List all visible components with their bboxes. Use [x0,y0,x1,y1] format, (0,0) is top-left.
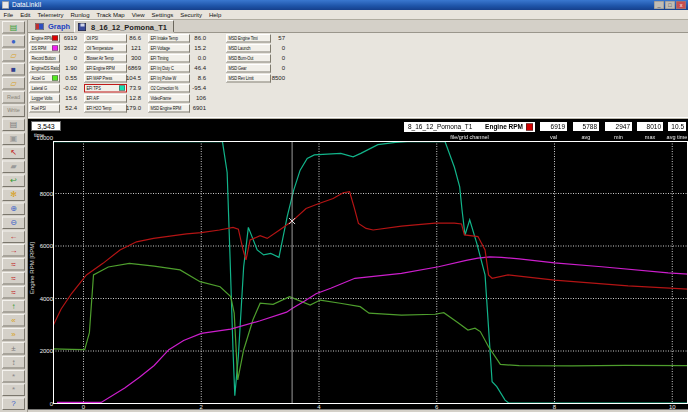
plot-area[interactable] [53,141,688,412]
channel-button-label: EFI Inj Pulse W [151,75,177,82]
gear-b-icon[interactable]: * [2,384,25,397]
y-tick: 4000 [28,295,53,302]
channel-button-label: MSD Launch [229,45,251,52]
channel-value: 52.4 [49,104,77,113]
menu-telemetry[interactable]: Telemetry [34,10,67,19]
eraser-icon[interactable]: ▰ [2,161,25,174]
save-icon[interactable]: ■ [2,63,25,76]
series-ds-rpm [57,257,688,403]
open-folder-icon: ▱ [3,50,24,60]
zoom-out-icon[interactable]: ⊖ [2,216,25,229]
shift-left-icon: « [3,315,24,325]
channel-grid: Engine RPM6919DS RPM3632Record Button0En… [28,33,688,117]
x-tick: 2 [193,404,209,411]
bottom-scrollbar[interactable]: 0246810 [28,407,688,412]
plus-region-icon: ± [3,343,24,353]
stat-label: avg [568,134,604,140]
graph-icon [35,23,44,30]
menu-security[interactable]: Security [177,10,206,19]
new-file-icon[interactable]: ▤ [2,21,25,34]
close-button[interactable]: x [676,1,686,9]
stat-val: 6919 [539,121,568,132]
channel-value: 0 [257,54,285,63]
eraser-icon: ▰ [3,162,24,172]
channel-value: 15.6 [49,94,77,103]
y-tick: 6000 [28,243,53,250]
wave-max-icon: ≈ [3,287,24,297]
series-engine-rpm [53,192,688,326]
channel-color-swatch [526,124,533,131]
channel-button-label: EFI MAP Press [87,75,113,82]
menu-help[interactable]: Help [205,10,224,19]
channel-value: 57 [257,34,285,43]
file-channel-box[interactable]: 8_16_12_Pomona_T1 Engine RPM [403,121,536,133]
datalink-window: DataLinkII _ □ x FileEditTelemetryRunlog… [0,0,688,412]
stat-avg-time: 10.5 [667,121,687,132]
wave-max-icon[interactable]: ≈ [2,286,25,299]
wave-min-icon[interactable]: ≈ [2,258,25,271]
channel-value: 86.6 [113,34,141,43]
cursor-region-icon[interactable]: ↕ [2,356,25,369]
print-icon[interactable]: ▤ [2,119,25,132]
channel-value: 179.0 [113,104,141,113]
gear-a-icon[interactable]: * [2,370,25,383]
menu-view[interactable]: View [128,10,148,19]
channel-value: 15.2 [178,44,206,53]
tab-run-file[interactable]: 8_16_12_Pomona_T1 [74,20,174,33]
pan-right-icon[interactable]: → [2,244,25,257]
copy-icon: ▣ [3,134,24,144]
graph-mode-label[interactable]: Graph [48,22,70,31]
channel-value: 106 [178,94,206,103]
channel-button-label: MSD Gear [229,65,247,72]
channel-value: 0.55 [49,74,77,83]
menu-runlog[interactable]: Runlog [67,10,93,19]
menu-track-map[interactable]: Track Map [93,10,128,19]
channel-value: 46.4 [178,64,206,73]
pan-right-icon: → [3,245,24,255]
open-folder-icon[interactable]: ▱ [2,49,25,62]
y-tick: 10000 [28,135,53,142]
stat-label: avg time [663,134,688,140]
globe-icon[interactable]: ● [2,35,25,48]
gear-b-icon: * [3,385,24,395]
x-tick: 0 [76,404,92,411]
open-run-icon[interactable]: ▱ [2,77,25,90]
channel-value: 104.5 [113,74,141,83]
open-run-icon: ▱ [3,78,24,88]
menu-edit[interactable]: Edit [17,10,34,19]
minimize-button[interactable]: _ [654,1,664,9]
undo-icon: ↩ [3,175,24,185]
write-button[interactable]: Write [2,105,25,118]
channel-value: 3632 [49,44,77,53]
shift-right-icon[interactable]: » [2,328,25,341]
series-efi-tps [53,142,688,404]
menu-settings[interactable]: Settings [148,10,177,19]
graph-area: 3,543 time 8_16_12_Pomona_T1 Engine RPM … [28,119,688,407]
pointer-icon[interactable]: ↖ [2,147,25,160]
undo-icon[interactable]: ↩ [2,174,25,187]
menu-file[interactable]: File [0,10,17,19]
read-button[interactable]: Read [2,91,25,104]
zoom-out-icon: ⊖ [3,217,24,227]
channel-button-label: EFI Voltage [151,45,170,52]
shift-left-icon[interactable]: « [2,314,25,327]
zoom-in-icon[interactable]: ⊕ [2,202,25,215]
stat-label: val [535,134,572,140]
channel-button-label: DS RPM [32,45,47,52]
arrow-up-icon[interactable]: ↑ [2,300,25,313]
channel-value: 6901 [178,104,206,113]
series-accel-g [53,263,688,380]
wave-mid-icon[interactable]: ≈ [2,272,25,285]
channel-value: 8.6 [178,74,206,83]
channel-button-label: Blower Air Temp [87,55,114,62]
pan-left-icon[interactable]: ← [2,230,25,243]
plus-region-icon[interactable]: ± [2,342,25,355]
maximize-button[interactable]: □ [665,1,675,9]
sun-icon[interactable]: ✻ [2,188,25,201]
channel-button-label: MSD Rev Limit [229,75,254,82]
copy-icon[interactable]: ▣ [2,133,25,146]
globe-icon: ● [3,36,24,46]
stat-avg: 5788 [572,121,600,132]
help-icon[interactable]: ? [2,398,25,411]
gear-a-icon: * [3,371,24,381]
